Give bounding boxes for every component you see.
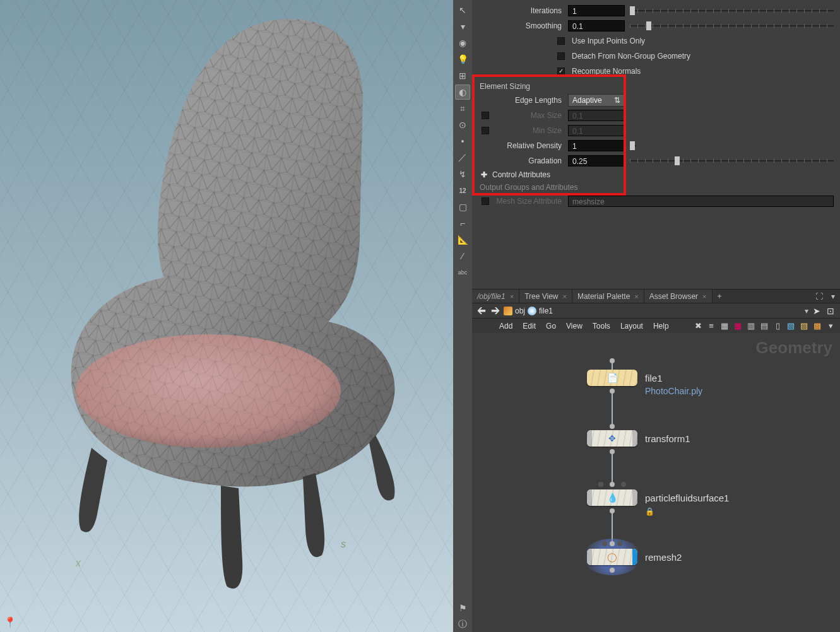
node-connector[interactable] <box>610 424 615 429</box>
lock-icon: 🔒 <box>645 507 654 516</box>
tool-down-icon[interactable]: ▾ <box>455 19 470 34</box>
pane-menu-icon[interactable]: ▾ <box>826 290 840 303</box>
tool-angle-icon[interactable]: ⌐ <box>455 216 470 231</box>
node-connector[interactable] <box>610 449 615 454</box>
tool-shaded-icon[interactable]: ◐ <box>455 85 470 100</box>
control-attributes-expander[interactable]: ✚ Control Attributes <box>480 170 834 179</box>
node-connector[interactable] <box>610 358 615 363</box>
tool-wire-icon[interactable]: ⌗ <box>455 101 470 116</box>
grid4-icon[interactable]: ▤ <box>759 320 770 332</box>
node-file1[interactable]: 📄 file1 PhotoChair.ply <box>587 370 663 386</box>
list-icon[interactable]: ≡ <box>706 320 717 332</box>
network-view[interactable]: Geometry 📄 file1 PhotoChair.ply ✥ transf… <box>472 333 840 632</box>
param-gradation: Gradation 0.25 <box>475 154 834 168</box>
node-connector[interactable] <box>617 541 622 546</box>
close-icon[interactable]: × <box>563 293 567 300</box>
nav-forward-icon[interactable]: 🡲 <box>490 306 501 316</box>
max-size-checkbox[interactable] <box>482 112 489 119</box>
grid3-icon[interactable]: ▥ <box>745 320 757 332</box>
path-dropdown-icon[interactable]: ▾ <box>805 307 808 315</box>
tool-globe-icon[interactable]: ◉ <box>455 35 470 50</box>
doc-icon[interactable]: ▯ <box>772 320 783 332</box>
node-transform1-label: transform1 <box>645 433 690 444</box>
node-connector[interactable] <box>610 482 615 487</box>
smoothing-slider[interactable] <box>630 20 834 32</box>
tab-tree-view[interactable]: Tree View × <box>519 290 572 303</box>
mesh-size-input[interactable]: meshsize <box>568 196 834 207</box>
add-tab-button[interactable]: ＋ <box>713 290 726 303</box>
min-size-checkbox[interactable] <box>482 127 489 134</box>
close-icon[interactable]: × <box>634 293 638 300</box>
tab-material-palette[interactable]: Material Palette × <box>572 290 644 303</box>
max-size-label: Max Size <box>492 111 568 120</box>
menu-go[interactable]: Go <box>541 322 560 331</box>
tool-bulb-icon[interactable]: 💡 <box>455 52 470 67</box>
node-particlefluidsurface1[interactable]: 💧 particlefluidsurface1 🔒 <box>587 489 729 506</box>
menu-edit[interactable]: Edit <box>518 322 540 331</box>
recompute-checkbox[interactable] <box>557 67 565 75</box>
grid2-icon[interactable]: ▦ <box>732 320 743 332</box>
tab-asset-browser[interactable]: Asset Browser × <box>644 290 713 303</box>
image-icon[interactable]: ▧ <box>785 320 796 332</box>
path-expand-icon[interactable]: ⊡ <box>825 306 836 316</box>
node-connector[interactable] <box>621 482 626 487</box>
nav-back-icon[interactable]: 🡰 <box>476 306 487 316</box>
box2-icon[interactable]: ▩ <box>812 320 823 332</box>
grid1-icon[interactable]: ▦ <box>719 320 730 332</box>
tool-abc-icon[interactable]: abc <box>455 265 470 280</box>
tool-ruler-icon[interactable]: 📐 <box>455 232 470 247</box>
path-seg-file1[interactable]: file1 <box>528 307 553 315</box>
menu-tools[interactable]: Tools <box>588 322 615 331</box>
node-remesh2[interactable]: ◯ remesh2 <box>587 549 682 565</box>
tool-12-icon[interactable]: 12 <box>455 183 470 198</box>
tool-line-icon[interactable]: ∕ <box>455 249 470 264</box>
node-connector[interactable] <box>610 568 615 573</box>
viewport-3d[interactable]: x s 📍 <box>0 0 453 632</box>
menu-help[interactable]: Help <box>649 322 673 331</box>
menu-layout[interactable]: Layout <box>616 322 648 331</box>
max-size-input[interactable]: 0.1 <box>568 110 625 121</box>
node-connector[interactable] <box>598 482 603 487</box>
tool-point-icon[interactable]: • <box>455 134 470 149</box>
rel-density-slider[interactable] <box>630 140 636 151</box>
maximize-icon[interactable]: ⛶ <box>812 290 826 303</box>
close-icon[interactable]: × <box>702 293 706 300</box>
path-seg-obj[interactable]: obj <box>504 307 525 315</box>
menu-add[interactable]: Add <box>495 322 517 331</box>
smoothing-input[interactable]: 0.1 <box>568 20 625 32</box>
gradation-input[interactable]: 0.25 <box>568 155 625 167</box>
tab-obj-file1[interactable]: /obj/file1 × <box>472 290 519 303</box>
node-transform1[interactable]: ✥ transform1 <box>587 430 690 447</box>
parameters-panel: Iterations 1 Smoothing 0.1 Use Input Poi… <box>472 0 840 289</box>
gradation-slider[interactable] <box>630 155 834 167</box>
menu-view[interactable]: View <box>562 322 587 331</box>
path-pin-icon[interactable]: ➤ <box>811 306 822 316</box>
min-size-input[interactable]: 0.1 <box>568 125 625 136</box>
iterations-slider[interactable] <box>630 5 834 16</box>
tool-marker-icon[interactable]: ⚑ <box>455 600 470 616</box>
detach-checkbox[interactable] <box>557 52 565 60</box>
mesh-size-checkbox[interactable] <box>482 197 489 205</box>
note-icon[interactable]: ▨ <box>798 320 810 332</box>
wrench-icon[interactable]: ✖ <box>692 320 704 332</box>
network-tab-bar: /obj/file1 × Tree View × Material Palett… <box>472 289 840 303</box>
node-connector[interactable] <box>610 508 615 513</box>
dropdown2-icon[interactable]: ▾ <box>825 320 836 332</box>
tool-ghost-icon[interactable]: ⊙ <box>455 117 470 132</box>
pin-icon[interactable]: 📍 <box>4 616 16 628</box>
rel-density-input[interactable]: 1 <box>568 140 625 151</box>
tool-snap-icon[interactable]: ↯ <box>455 167 470 182</box>
tool-edge-icon[interactable]: ／ <box>455 150 470 165</box>
node-connector[interactable] <box>602 541 607 546</box>
tool-cursor-icon[interactable]: ↖ <box>455 3 470 18</box>
tool-display-icon[interactable]: ⊞ <box>455 68 470 83</box>
close-icon[interactable]: × <box>510 293 514 300</box>
use-input-points-checkbox[interactable] <box>557 37 565 45</box>
iterations-input[interactable]: 1 <box>568 5 625 16</box>
edge-lengths-dropdown[interactable]: Adaptive ⇅ <box>568 94 625 107</box>
tool-info-icon[interactable]: ⓘ <box>455 617 470 632</box>
tool-box-icon[interactable]: ▢ <box>455 199 470 214</box>
node-connector[interactable] <box>610 541 615 546</box>
detach-label: Detach From Non-Group Geometry <box>568 52 697 61</box>
node-connector[interactable] <box>610 389 615 394</box>
